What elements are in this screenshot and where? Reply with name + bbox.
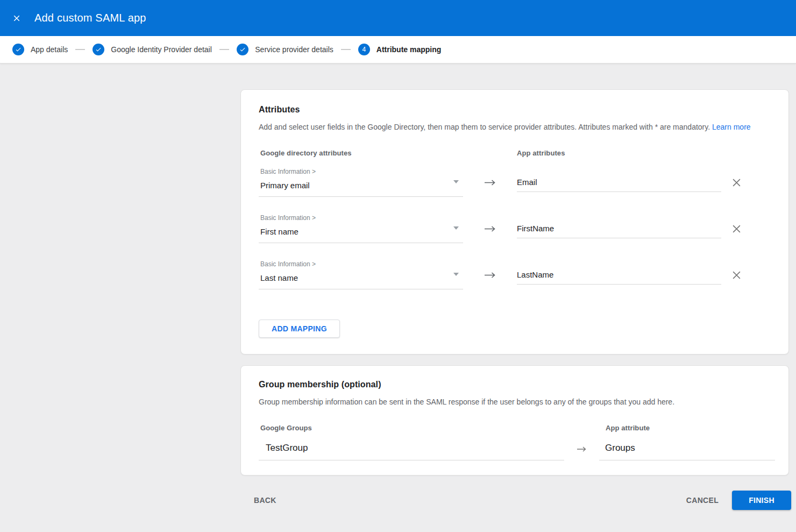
arrow-right-icon — [484, 272, 496, 279]
group-membership-description: Group membership information can be sent… — [259, 398, 771, 406]
directory-attribute-value: Last name — [260, 273, 463, 283]
close-icon — [12, 13, 22, 23]
attributes-column-headers: Google directory attributes App attribut… — [259, 149, 771, 157]
step-label: App details — [31, 45, 68, 54]
mapping-row: Basic Information > Last name LastName — [259, 258, 771, 304]
group-membership-title: Group membership (optional) — [259, 379, 771, 389]
attribute-category-label: Basic Information > — [260, 168, 463, 175]
step-google-idp-details[interactable]: Google Identity Provider details — [93, 44, 212, 55]
cancel-button[interactable]: CANCEL — [686, 496, 719, 505]
step-completed-circle — [12, 44, 24, 55]
step-completed-circle — [93, 44, 104, 55]
remove-mapping-button[interactable] — [730, 222, 743, 235]
remove-mapping-button[interactable] — [730, 268, 743, 281]
mapping-rows: Basic Information > Primary email Email — [259, 165, 771, 304]
step-number-circle: 4 — [358, 44, 370, 55]
mapping-arrow-cell — [463, 258, 517, 304]
step-label: Attribute mapping — [376, 45, 442, 54]
mapping-arrow-cell — [463, 211, 517, 258]
chevron-down-icon — [453, 226, 459, 230]
step-separator — [219, 49, 229, 50]
check-icon — [15, 46, 22, 53]
app-attributes-header: App attributes — [517, 149, 565, 157]
finish-button[interactable]: FINISH — [732, 491, 791, 510]
group-app-attribute-input[interactable]: Groups — [599, 443, 775, 460]
close-icon — [732, 178, 741, 187]
add-mapping-button[interactable]: ADD MAPPING — [259, 320, 340, 338]
learn-more-link[interactable]: Learn more — [712, 123, 751, 131]
directory-attribute-select[interactable]: Basic Information > First name — [259, 211, 463, 243]
back-button[interactable]: BACK — [254, 496, 276, 505]
dialog-title: Add custom SAML app — [34, 12, 146, 24]
group-membership-card: Group membership (optional) Group member… — [240, 365, 789, 476]
check-icon — [239, 46, 246, 53]
attributes-card-description: Add and select user fields in the Google… — [259, 123, 771, 131]
wizard-footer: BACK CANCEL FINISH — [240, 491, 791, 510]
close-icon — [732, 271, 741, 280]
chevron-down-icon — [453, 180, 459, 183]
google-directory-attributes-header: Google directory attributes — [259, 149, 517, 157]
group-arrow-cell — [564, 443, 599, 460]
app-attribute-header: App attribute — [606, 424, 650, 432]
app-attribute-input[interactable]: FirstName — [517, 211, 721, 238]
attribute-category-label: Basic Information > — [260, 260, 463, 268]
dialog-header: Add custom SAML app — [0, 0, 796, 36]
arrow-right-icon — [484, 225, 496, 232]
close-icon — [732, 224, 741, 233]
google-groups-input[interactable]: TestGroup — [259, 443, 564, 460]
step-service-provider-details[interactable]: Service provider details — [237, 44, 333, 55]
chevron-down-icon — [453, 273, 459, 276]
mapping-row: Basic Information > Primary email Email — [259, 165, 771, 211]
attributes-card-title: Attributes — [259, 104, 771, 115]
step-app-details[interactable]: App details — [12, 44, 68, 55]
mapping-arrow-cell — [463, 165, 517, 211]
attribute-category-label: Basic Information > — [260, 214, 463, 222]
google-groups-header: Google Groups — [259, 424, 606, 432]
directory-attribute-select[interactable]: Basic Information > Last name — [259, 258, 463, 289]
app-attribute-input[interactable]: Email — [517, 165, 721, 192]
close-dialog-button[interactable] — [7, 9, 26, 28]
step-separator — [341, 49, 351, 50]
attributes-card: Attributes Add and select user fields in… — [240, 89, 789, 354]
check-icon — [95, 46, 102, 53]
step-completed-circle — [237, 44, 248, 55]
app-attribute-input[interactable]: LastName — [517, 258, 721, 285]
directory-attribute-value: First name — [260, 227, 463, 237]
wizard-stepper: App details Google Identity Provider det… — [0, 36, 796, 63]
arrow-right-icon — [577, 446, 587, 452]
step-separator — [75, 49, 85, 50]
group-column-headers: Google Groups App attribute — [259, 424, 771, 432]
directory-attribute-value: Primary email — [260, 181, 463, 190]
step-label: Service provider details — [255, 45, 333, 54]
step-attribute-mapping[interactable]: 4 Attribute mapping — [358, 44, 442, 55]
step-label: Google Identity Provider details — [111, 45, 212, 54]
directory-attribute-select[interactable]: Basic Information > Primary email — [259, 165, 463, 197]
arrow-right-icon — [484, 179, 496, 186]
group-mapping-row: TestGroup Groups — [259, 443, 771, 460]
remove-mapping-button[interactable] — [730, 176, 743, 189]
mapping-row: Basic Information > First name FirstName — [259, 211, 771, 258]
